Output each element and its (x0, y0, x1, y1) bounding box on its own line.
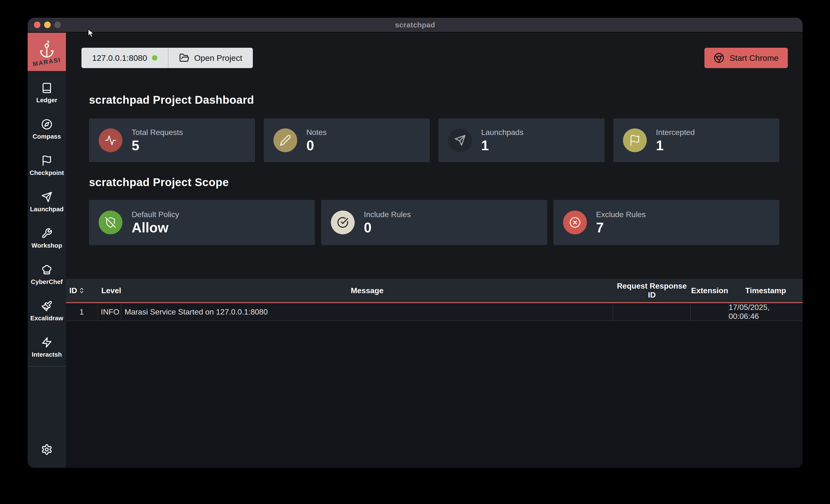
stat-icon-circle (448, 128, 472, 152)
column-header-id-label: ID (69, 286, 77, 295)
stat-value: 0 (307, 138, 327, 153)
open-project-label: Open Project (194, 53, 242, 63)
column-header-timestamp[interactable]: Timestamp (729, 286, 803, 295)
chrome-icon (714, 53, 724, 63)
send-icon (41, 192, 52, 203)
scope-label: Include Rules (364, 210, 411, 219)
cell-message: Marasi Service Started on 127.0.0.1:8080 (121, 303, 613, 321)
project-controls: 127.0.0.1:8080 Open Project (82, 48, 253, 68)
stat-icon-circle (99, 128, 122, 152)
scope-row: Default Policy Allow Include Rules 0 (89, 200, 779, 245)
stat-label: Notes (307, 128, 327, 137)
window-title: scratchpad (395, 21, 435, 29)
flag-icon (41, 155, 52, 166)
column-header-request-response-id[interactable]: Request Response ID (613, 281, 691, 300)
sidebar-item-compass[interactable]: Compass (28, 111, 66, 147)
sidebar-item-checkpoint[interactable]: Checkpoint (28, 147, 66, 184)
scope-icon-circle (99, 210, 122, 234)
dashboard-section: scratchpad Project Dashboard Total Reque… (66, 68, 803, 245)
logo-text: MARASI (32, 56, 61, 68)
open-project-button[interactable]: Open Project (168, 48, 253, 68)
folder-open-icon (179, 53, 189, 63)
stat-label: Launchpads (481, 128, 523, 137)
sidebar-item-ledger[interactable]: Ledger (28, 75, 66, 111)
scope-title: scratchpad Project Scope (89, 176, 779, 189)
dashboard-title: scratchpad Project Dashboard (89, 93, 779, 106)
sidebar-item-label: Compass (32, 133, 61, 140)
stat-value: 1 (656, 138, 695, 153)
gear-icon (41, 444, 53, 455)
stat-label: Intercepted (656, 128, 695, 137)
stat-icon-circle (274, 128, 297, 152)
flag-icon (629, 134, 641, 146)
stat-value: 1 (481, 138, 523, 153)
start-chrome-button[interactable]: Start Chrome (704, 48, 788, 68)
sidebar-item-label: Launchpad (30, 205, 64, 213)
sidebar-item-cyberchef[interactable]: CyberChef (28, 257, 66, 293)
scope-value: 0 (364, 221, 411, 235)
cell-level: INFO (98, 303, 121, 321)
stat-label: Total Requests (132, 128, 183, 137)
sidebar-item-label: Excalidraw (30, 314, 63, 322)
sidebar-item-label: CyberChef (31, 278, 63, 286)
column-header-message[interactable]: Message (121, 286, 613, 295)
app-window: scratchpad MARASI Ledger (28, 18, 803, 468)
proxy-address: 127.0.0.1:8080 (92, 53, 147, 63)
stat-value: 5 (132, 138, 183, 153)
column-header-level[interactable]: Level (98, 286, 121, 295)
traffic-lights (34, 18, 61, 32)
scope-label: Exclude Rules (596, 210, 646, 219)
column-header-id[interactable]: ID (66, 286, 98, 295)
proxy-status-dot (152, 55, 157, 61)
sidebar-nav: Ledger Compass Checkpoint Launchpad (28, 75, 66, 366)
sidebar-item-launchpad[interactable]: Launchpad (28, 184, 66, 220)
sidebar-item-workshop[interactable]: Workshop (28, 220, 66, 257)
x-circle-icon (569, 216, 581, 228)
stat-card-intercepted: Intercepted 1 (613, 119, 779, 162)
sidebar-item-excalidraw[interactable]: Excalidraw (28, 293, 66, 329)
mouse-cursor (88, 29, 96, 38)
main-content: 127.0.0.1:8080 Open Project Start Chrome (66, 33, 803, 468)
paintbrush-icon (41, 300, 52, 312)
sidebar-item-label: Interactsh (32, 351, 62, 358)
pencil-icon (280, 134, 291, 146)
scope-icon-circle (563, 210, 587, 234)
anchor-icon (39, 40, 55, 58)
log-table: ID Level Message Request Response ID Ext… (66, 279, 803, 468)
log-table-header: ID Level Message Request Response ID Ext… (66, 279, 803, 303)
sidebar-item-label: Checkpoint (30, 169, 64, 177)
settings-button[interactable] (41, 444, 53, 455)
scope-label: Default Policy (132, 210, 179, 219)
zoom-window-button[interactable] (54, 22, 61, 28)
cell-timestamp: 17/05/2025, 00:06:46 (729, 303, 803, 321)
scope-value: Allow (132, 221, 179, 235)
marasi-logo: MARASI (28, 33, 66, 71)
zap-icon (41, 337, 52, 348)
stat-card-launchpads: Launchpads 1 (439, 119, 605, 162)
stat-card-total-requests: Total Requests 5 (89, 119, 255, 162)
log-table-row[interactable]: 1 INFO Marasi Service Started on 127.0.0… (66, 303, 803, 321)
scope-card-include-rules: Include Rules 0 (321, 200, 547, 245)
sidebar: MARASI Ledger Compass Checkpoint (28, 33, 66, 468)
shield-off-icon (105, 216, 116, 228)
sidebar-item-interactsh[interactable]: Interactsh (28, 329, 66, 366)
cell-request-response-id (613, 303, 691, 321)
title-bar: scratchpad (28, 18, 803, 33)
close-window-button[interactable] (34, 22, 40, 28)
sidebar-item-label: Workshop (32, 242, 62, 249)
send-icon (454, 134, 466, 146)
chef-hat-icon (41, 264, 52, 275)
start-chrome-label: Start Chrome (730, 53, 778, 63)
scope-icon-circle (331, 210, 355, 234)
cell-id: 1 (66, 303, 98, 321)
sidebar-divider (28, 366, 66, 367)
desktop: scratchpad MARASI Ledger (0, 0, 830, 504)
column-header-extension[interactable]: Extension (691, 286, 729, 295)
sort-icon (78, 288, 85, 294)
activity-icon (105, 134, 116, 146)
log-table-empty-area (66, 321, 803, 468)
top-toolbar: 127.0.0.1:8080 Open Project Start Chrome (82, 48, 788, 68)
minimize-window-button[interactable] (44, 22, 51, 28)
proxy-address-button[interactable]: 127.0.0.1:8080 (82, 48, 168, 68)
scope-card-exclude-rules: Exclude Rules 7 (553, 200, 779, 245)
